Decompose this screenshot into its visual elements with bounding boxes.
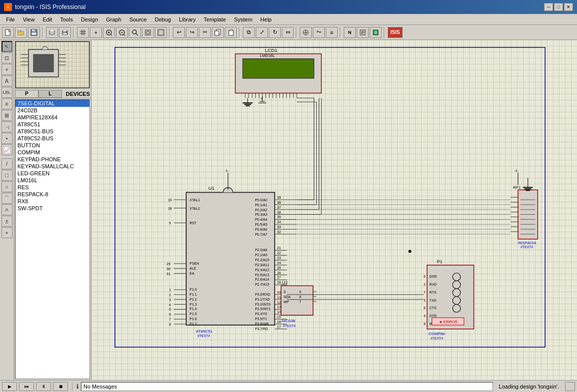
wire-button[interactable]: 〜 — [313, 27, 325, 38]
text3-tool[interactable]: A — [1, 204, 12, 215]
zoom-all-button[interactable] — [155, 27, 167, 38]
device-item-led-green[interactable]: LED-GREEN — [15, 170, 89, 177]
save-button[interactable] — [28, 27, 40, 38]
new-button[interactable] — [2, 27, 14, 38]
bus-wire-tool[interactable]: ≡ — [1, 98, 12, 109]
print-setup-button[interactable] — [46, 27, 58, 38]
circle-tool[interactable]: ○ — [1, 181, 12, 192]
line-tool[interactable]: / — [1, 158, 12, 169]
junction-tool[interactable]: + — [1, 64, 12, 75]
graph-tool[interactable]: 📈 — [1, 144, 12, 155]
tab-L[interactable]: L — [38, 90, 62, 98]
device-item-res[interactable]: RES — [15, 184, 89, 191]
zoom-out-button[interactable] — [116, 27, 128, 38]
open-button[interactable] — [15, 27, 27, 38]
menu-design[interactable]: Design — [77, 15, 102, 23]
svg-text:P3.6/WR: P3.6/WR — [255, 322, 269, 326]
zoom-area-button[interactable] — [129, 27, 141, 38]
origin2-tool[interactable]: + — [1, 227, 12, 238]
undo-button[interactable]: ↩ — [173, 27, 185, 38]
menu-file[interactable]: File — [2, 15, 19, 23]
device-item-at89c51[interactable]: AT89C51 — [15, 121, 89, 128]
device-item-lm016l[interactable]: LM016L — [15, 177, 89, 184]
tab-P[interactable]: P — [15, 90, 38, 98]
sep5 — [296, 27, 298, 38]
svg-text:RESPACK8: RESPACK8 — [518, 241, 536, 245]
device-item-swspdt[interactable]: SW-SPDT — [15, 205, 89, 212]
grid-button[interactable] — [77, 27, 89, 38]
menu-edit[interactable]: Edit — [38, 15, 56, 23]
symbol-tool[interactable]: ± — [1, 216, 12, 227]
device-item-keypad-smallcalc[interactable]: KEYPAD-SMALLCALC — [15, 163, 89, 170]
block-copy-button[interactable]: ⧉ — [243, 27, 255, 38]
probe-button[interactable] — [300, 27, 312, 38]
redo-button[interactable]: ↪ — [186, 27, 198, 38]
status-sep — [72, 382, 72, 391]
minimize-button[interactable]: ─ — [544, 3, 553, 11]
svg-text:S: S — [284, 290, 286, 294]
block-move-button[interactable]: ⤢ — [256, 27, 268, 38]
menu-graph[interactable]: Graph — [102, 15, 125, 23]
menu-debug[interactable]: Debug — [151, 15, 175, 23]
print-button[interactable] — [59, 27, 71, 38]
device-item-ampire[interactable]: AMPIRE128X64 — [15, 114, 89, 121]
pin-tool[interactable]: • — [1, 133, 12, 144]
svg-rect-4 — [32, 29, 35, 31]
menu-view[interactable]: View — [19, 15, 39, 23]
menu-library[interactable]: Library — [175, 15, 200, 23]
pcb-button[interactable] — [370, 27, 382, 38]
close-button[interactable]: ✕ — [564, 3, 573, 11]
device-item-rx8[interactable]: RX8 — [15, 198, 89, 205]
block-rotate-button[interactable]: ↻ — [269, 27, 281, 38]
device-item-at89c51bus[interactable]: AT89C51-BUS — [15, 128, 89, 135]
label-tool[interactable]: A — [1, 75, 12, 86]
svg-text:RST: RST — [190, 221, 197, 225]
cut-button[interactable]: ✂ — [199, 27, 211, 38]
device-item-button[interactable]: BUTTON — [15, 142, 89, 149]
device-item-at89c52bus[interactable]: AT89C52-BUS — [15, 135, 89, 142]
box-tool[interactable]: □ — [1, 170, 12, 181]
component-tool[interactable]: ⊡ — [1, 52, 12, 63]
menu-template[interactable]: Template — [200, 15, 230, 23]
paste-button[interactable] — [225, 27, 237, 38]
menu-system[interactable]: System — [230, 15, 256, 23]
subcircuit-tool[interactable]: ⊞ — [1, 110, 12, 121]
menu-source[interactable]: Source — [125, 15, 151, 23]
copy-button[interactable] — [212, 27, 224, 38]
pause-button[interactable]: ⏸ — [36, 382, 51, 391]
svg-text:P1.2: P1.2 — [190, 298, 197, 301]
svg-text:33: 33 — [277, 225, 281, 229]
play-button[interactable]: ▶ — [2, 382, 17, 391]
text-tool[interactable]: LBL — [1, 87, 12, 98]
svg-rect-32 — [229, 30, 233, 35]
canvas-area[interactable]: LCD1 LMD16L RP1 — [91, 40, 577, 380]
device-item-24c02b[interactable]: 24C02B — [15, 107, 89, 114]
svg-text:4: 4 — [424, 314, 426, 318]
step-button[interactable]: ⏭ — [19, 382, 34, 391]
bus-button[interactable]: ≡ — [326, 27, 338, 38]
origin-button[interactable]: + — [90, 27, 102, 38]
svg-text:P2.6/A14: P2.6/A14 — [255, 278, 269, 281]
block-flip-button[interactable]: ⇔ — [282, 27, 294, 38]
menu-help[interactable]: Help — [256, 15, 276, 23]
sim-button[interactable]: ISIS — [388, 27, 403, 38]
maximize-button[interactable]: □ — [554, 3, 563, 11]
device-item-keypad-phone[interactable]: KEYPAD-PHONE — [15, 156, 89, 163]
scrollbar[interactable] — [565, 382, 575, 391]
device-item-respack8[interactable]: RESPACK-8 — [15, 191, 89, 198]
svg-text:P1.1: P1.1 — [190, 293, 197, 296]
zoom-fit-button[interactable] — [142, 27, 154, 38]
arc-tool[interactable]: ⌒ — [1, 193, 12, 204]
svg-text:P3.2/INT0: P3.2/INT0 — [255, 303, 270, 306]
device-item-compim[interactable]: COMPIM — [15, 149, 89, 156]
svg-text:P1.5: P1.5 — [190, 312, 197, 316]
zoom-in-button[interactable] — [103, 27, 115, 38]
stop-button[interactable]: ⏹ — [53, 382, 68, 391]
svg-text:34: 34 — [277, 220, 281, 224]
bom-button[interactable] — [357, 27, 369, 38]
menu-tools[interactable]: Tools — [56, 15, 77, 23]
netlist-button[interactable]: N — [344, 27, 356, 38]
terminal-tool[interactable]: →| — [1, 121, 12, 132]
device-item-7seg[interactable]: 7SEG-DIGITAL — [15, 100, 89, 107]
select-tool[interactable]: ↖ — [1, 41, 12, 52]
